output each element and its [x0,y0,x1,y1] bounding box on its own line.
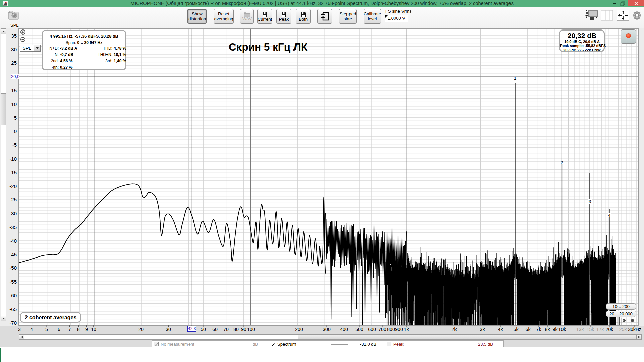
svg-text:3: 3 [589,199,591,204]
svg-text:4: 4 [608,213,610,218]
svg-text:2: 2 [561,160,563,165]
svg-text:1: 1 [514,76,516,81]
